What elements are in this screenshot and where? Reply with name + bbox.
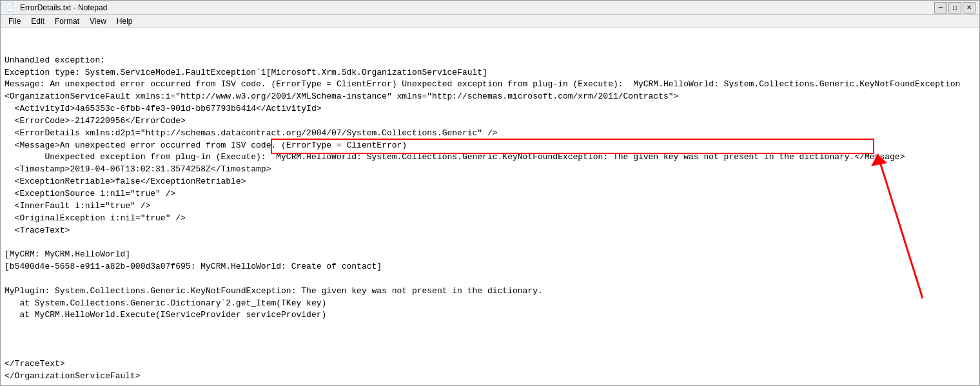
menu-view[interactable]: View <box>84 15 112 27</box>
text-line: Unhandled exception: <box>5 55 975 67</box>
text-line: <Message>An unexpected error occurred fr… <box>5 140 975 152</box>
text-line: [b5400d4e-5658-e911-a82b-000d3a07f695: M… <box>5 261 975 273</box>
text-line <box>5 334 975 346</box>
text-line: MyPlugin: System.Collections.Generic.Key… <box>5 285 975 298</box>
maximize-button[interactable]: □ <box>948 2 961 14</box>
text-line: <ErrorCode>-2147220956</ErrorCode> <box>5 115 975 128</box>
text-line <box>5 322 975 334</box>
menu-bar: File Edit Format View Help <box>1 15 979 28</box>
text-line <box>5 273 975 285</box>
menu-help[interactable]: Help <box>112 15 138 27</box>
text-line: <ExceptionRetriable>false</ExceptionRetr… <box>5 176 975 188</box>
window-title: ErrorDetails.txt - Notepad <box>20 3 107 12</box>
text-content[interactable]: Unhandled exception:Exception type: Syst… <box>1 28 979 385</box>
menu-file[interactable]: File <box>3 15 26 27</box>
notepad-window: 📄 ErrorDetails.txt - Notepad ─ □ ✕ File … <box>0 0 980 386</box>
app-icon: 📄 <box>5 3 15 13</box>
menu-format[interactable]: Format <box>50 15 84 27</box>
text-line: </OrganizationServiceFault> <box>5 371 975 383</box>
text-line: <ExceptionSource i:nil="true" /> <box>5 188 975 200</box>
title-bar: 📄 ErrorDetails.txt - Notepad ─ □ ✕ <box>1 1 979 15</box>
text-line: <InnerFault i:nil="true" /> <box>5 200 975 213</box>
text-line <box>5 346 975 358</box>
menu-edit[interactable]: Edit <box>26 15 50 27</box>
text-line: Unexpected exception from plug-in (Execu… <box>5 151 975 164</box>
text-line: <ActivityId>4a65353c-6fbb-4fe3-901d-bb67… <box>5 103 975 115</box>
text-line: at System.Collections.Generic.Dictionary… <box>5 298 975 310</box>
text-line: at MyCRM.HelloWorld.Execute(IServiceProv… <box>5 309 975 322</box>
close-button[interactable]: ✕ <box>963 2 975 14</box>
text-line: <OriginalException i:nil="true" /> <box>5 213 975 225</box>
text-line <box>5 236 975 249</box>
minimize-button[interactable]: ─ <box>934 2 947 14</box>
text-line: <TraceText> <box>5 225 975 237</box>
text-line: </TraceText> <box>5 358 975 371</box>
window-controls: ─ □ ✕ <box>934 2 975 14</box>
text-line: Message: An unexpected error occurred fr… <box>5 79 975 91</box>
text-line: <Timestamp>2019-04-06T13:02:31.3574258Z<… <box>5 164 975 176</box>
text-line: <ErrorDetails xmlns:d2p1="http://schemas… <box>5 128 975 140</box>
text-line: [MyCRM: MyCRM.HelloWorld] <box>5 249 975 261</box>
text-line: Exception type: System.ServiceModel.Faul… <box>5 67 975 79</box>
text-line: <OrganizationServiceFault xmlns:i="http:… <box>5 91 975 103</box>
